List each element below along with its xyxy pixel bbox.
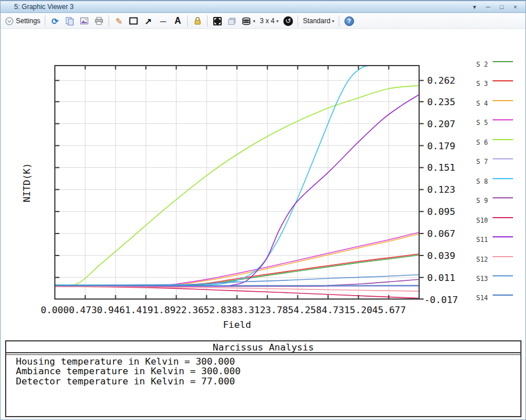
y-axis-tick-label: 0.039 (427, 250, 455, 261)
y-axis-tick-label: 0.151 (427, 162, 455, 173)
legend-line-swatch (493, 256, 513, 257)
grid-size-label: 3 x 4 (260, 17, 274, 25)
analysis-panel: Narcissus Analysis Housing temperature i… (5, 340, 521, 417)
legend-item: S10 (476, 216, 513, 225)
arrow-icon: ↗ (145, 17, 152, 25)
refresh-icon: ⟳ (51, 17, 59, 25)
close-button[interactable]: × (508, 2, 522, 12)
settings-chevron-icon (5, 17, 14, 25)
legend-line-swatch (493, 236, 513, 237)
legend-item: S 6 (476, 138, 513, 147)
analysis-line: Housing temperature in Kelvin = 300.000 (16, 357, 520, 366)
titlebar[interactable]: 5: Graphic Viewer 3 ▾ ─ □ × (1, 1, 525, 13)
legend-label: S 7 (476, 158, 488, 166)
legend-line-swatch (493, 80, 513, 81)
toolbar-separator (339, 15, 339, 27)
add-text-button[interactable]: A (171, 14, 184, 28)
settings-label: Settings (16, 17, 40, 25)
window-controls: ▾ ─ □ × (468, 2, 525, 12)
grid-size-dropdown[interactable]: 3 x 4 ▾ (258, 14, 280, 28)
legend-line-swatch (493, 197, 513, 198)
legend-line-swatch (493, 295, 513, 296)
print-button[interactable] (92, 14, 106, 28)
window-title: 5: Graphic Viewer 3 (1, 3, 74, 11)
draw-rectangle-button[interactable] (127, 14, 140, 28)
y-axis-tick-label: 0.095 (427, 206, 455, 217)
pencil-icon: ✎ (115, 17, 123, 25)
draw-arrow-button[interactable]: ↗ (141, 14, 155, 28)
series-line-s11 (55, 94, 419, 286)
x-axis-title: Field (223, 319, 251, 330)
legend-label: S 5 (476, 119, 488, 127)
series-line-s4 (55, 234, 419, 286)
series-line-s8 (55, 66, 419, 285)
x-axis-tick-labels: 0.0000.4730.9461.4191.8922.3652.8383.312… (41, 305, 406, 315)
series-line-s12 (55, 287, 419, 291)
legend-item: S 4 (476, 99, 513, 108)
copy-button[interactable] (63, 14, 76, 28)
legend-item: S 3 (476, 79, 513, 88)
fit-window-button[interactable] (210, 14, 224, 28)
toolbar-separator (298, 15, 298, 27)
legend-line-swatch (493, 139, 513, 140)
draw-pencil-button[interactable]: ✎ (112, 14, 126, 28)
legend-label: S 2 (476, 60, 488, 68)
series-line-s7 (55, 286, 419, 287)
toolbar: Settings ⟳ ✎ (1, 14, 525, 29)
legend-label: S12 (476, 256, 488, 263)
lock-icon (193, 16, 202, 25)
series-line-s13 (55, 275, 419, 285)
analysis-line: Detector temperature in Kelvin = 77.000 (16, 376, 520, 386)
series-line-s5 (55, 232, 419, 286)
maximize-button[interactable]: □ (495, 2, 508, 12)
plot-stack-icon (242, 17, 251, 25)
legend-line-swatch (493, 119, 513, 120)
legend-line-swatch (493, 61, 513, 62)
series-line-s10 (55, 287, 419, 298)
style-label: Standard (303, 17, 330, 25)
legend-item: S13 (476, 274, 513, 283)
legend-label: S 3 (476, 80, 488, 88)
help-button[interactable]: ? (342, 14, 356, 28)
analysis-panel-body: Housing temperature in Kelvin = 300.000A… (6, 354, 520, 386)
y-axis-tick-label: 0.262 (427, 75, 455, 86)
lock-button[interactable] (191, 14, 204, 28)
legend: S 2S 3S 4S 5S 6S 7S 8S 9S10S11S12S13S14 (476, 59, 525, 319)
save-image-icon (80, 16, 89, 25)
refresh-button[interactable]: ⟳ (48, 14, 62, 28)
legend-label: S 9 (476, 197, 488, 205)
series-line-s2 (55, 255, 419, 286)
y-axis-tick-label: 0.067 (427, 228, 455, 239)
minimize-button[interactable]: ─ (481, 2, 495, 12)
legend-label: S 8 (476, 177, 488, 185)
line-icon: ─ (160, 17, 166, 25)
series-line-s3 (55, 254, 419, 286)
settings-button[interactable]: Settings (3, 14, 42, 28)
toolbar-separator (207, 15, 208, 27)
toolbar-separator (109, 15, 109, 27)
style-dropdown[interactable]: Standard ▾ (301, 14, 336, 28)
legend-label: S11 (476, 236, 488, 244)
plot-stack-dropdown-button[interactable]: ▾ (240, 14, 257, 28)
legend-item: S11 (476, 235, 513, 244)
y-axis-tick-label: 0.235 (427, 97, 455, 107)
y-axis-tick-label: -0.017 (424, 295, 458, 305)
dropdown-caret-icon: ▾ (253, 19, 255, 24)
series-line-s14 (55, 285, 419, 286)
reset-orientation-button[interactable]: ↺ (281, 14, 295, 28)
cascade-windows-icon (227, 17, 236, 25)
cascade-windows-button[interactable] (225, 14, 239, 28)
legend-label: S14 (476, 294, 488, 302)
legend-line-swatch (493, 100, 513, 101)
window-menu-button[interactable]: ▾ (468, 2, 481, 12)
rectangle-icon (129, 17, 138, 25)
legend-line-swatch (493, 275, 513, 276)
save-image-button[interactable] (77, 14, 91, 28)
graphic-viewer-window: 5: Graphic Viewer 3 ▾ ─ □ × Settings ⟳ (0, 0, 526, 420)
analysis-panel-title: Narcissus Analysis (6, 341, 520, 353)
legend-item: S 5 (476, 118, 513, 127)
draw-line-button[interactable]: ─ (156, 14, 170, 28)
toolbar-separator (187, 15, 188, 27)
rotate-icon: ↺ (283, 16, 293, 26)
legend-item: S12 (476, 255, 513, 264)
